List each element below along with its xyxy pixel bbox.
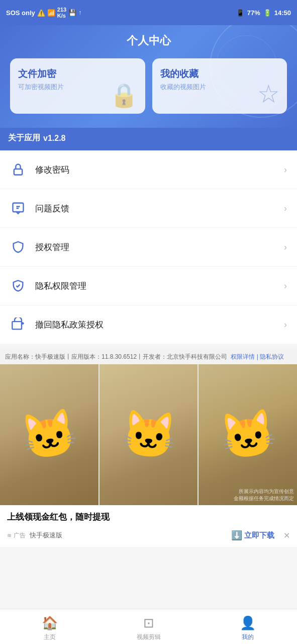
header: 个人中心 文件加密 可加密视频图片 🔒 我的收藏 收藏的视频图片 ☆ [0,25,297,128]
page-title: 个人中心 [10,33,287,48]
menu-item-revoke-privacy[interactable]: 撤回隐私政策授权 › [0,305,297,344]
bottom-nav: 🏠 主页 ⊡ 视频剪辑 👤 我的 [0,609,297,644]
svg-rect-0 [14,169,22,175]
speed-text: 213K/s [57,7,66,19]
shield-menu-icon [10,239,26,255]
ad-info-bar: 应用名称：快手极速版丨应用版本：11.8.30.6512丨开发者：北京快手科技有… [0,350,297,364]
ad-download-button[interactable]: ⬇️ 立即下载 [231,530,274,541]
svg-rect-2 [12,321,22,329]
about-section: 关于应用 v1.2.8 [0,128,297,150]
feedback-label: 问题反馈 [35,203,284,214]
nav-item-profile[interactable]: 👤 我的 [198,612,297,641]
ad-app-name: 快手极速版 [30,531,62,540]
file-encrypt-title: 文件加密 [18,67,137,80]
feedback-menu-icon [10,200,26,216]
cat-overlay-2: 🐱 [100,364,198,505]
ad-caption: 上线领现金红包，随时提现 [0,505,297,527]
home-icon: 🏠 [42,615,58,631]
profile-icon: 👤 [240,615,256,631]
arrow-icon-1: › [284,203,287,214]
arrow-icon-4: › [284,319,287,330]
ad-banner: 应用名称：快手极速版丨应用版本：11.8.30.6512丨开发者：北京快手科技有… [0,350,297,547]
wifi-icon: 📶 [47,9,55,17]
feature-cards: 文件加密 可加密视频图片 🔒 我的收藏 收藏的视频图片 ☆ [10,58,287,114]
download-icon: ⬇️ [231,530,242,541]
arrow-icon-0: › [284,165,287,175]
signal-icon: 📱 [236,9,244,17]
cat-overlay-3: 🐱 [199,364,297,505]
arrow-icon-2: › [284,242,287,253]
ad-info-text: 应用名称：快手极速版丨应用版本：11.8.30.6512丨开发者：北京快手科技有… [5,353,227,360]
menu-item-change-password[interactable]: 修改密码 › [0,150,297,189]
privacy-label: 隐私权限管理 [35,280,284,292]
svg-rect-1 [13,203,24,212]
ad-image-1: 🐱 [0,364,98,505]
nav-item-home[interactable]: 🏠 主页 [0,612,99,641]
ad-close-button[interactable]: ✕ [283,531,290,540]
status-left: SOS only ⚠️ 📶 213K/s 💾 ↑ [6,7,81,19]
download-text: 立即下载 [244,531,274,540]
ad-image-2: 🐱 [100,364,198,505]
menu-item-privacy[interactable]: 隐私权限管理 › [0,267,297,305]
upload-icon: ↑ [78,9,81,16]
cat-overlay-1: 🐱 [0,364,98,505]
ad-image-3: 🐱 所展示内容均为宣传创意 金额根据任务完成情况而定 [199,364,297,505]
home-label: 主页 [44,633,56,641]
my-favorites-title: 我的收藏 [160,67,279,80]
menu-item-permission[interactable]: 授权管理 › [0,228,297,267]
permission-label: 授权管理 [35,242,284,253]
video-edit-icon: ⊡ [143,615,154,631]
ad-label-text: 广告 [14,531,26,540]
revoke-menu-icon [10,316,26,333]
ad-label: ≋ 广告 [7,531,26,540]
warning-icon: ⚠️ [37,9,45,17]
lock-menu-icon [10,162,26,178]
status-right: 📱 77% 🔋 14:50 [236,9,291,17]
storage-icon: 💾 [68,9,76,17]
star-icon: ☆ [257,79,280,109]
privacy-menu-icon [10,278,26,294]
change-password-label: 修改密码 [35,164,284,176]
ad-watermark: 所展示内容均为宣传创意 金额根据任务完成情况而定 [234,488,294,502]
about-version: v1.2.8 [43,134,65,143]
menu-list: 修改密码 › 问题反馈 › 授权管理 › [0,150,297,344]
about-label: 关于应用 [8,133,40,143]
battery-icon: 🔋 [263,9,271,17]
time-text: 14:50 [274,9,291,17]
sos-text: SOS only [6,9,35,17]
nav-item-video-edit[interactable]: ⊡ 视频剪辑 [99,612,198,641]
lock-icon: 🔒 [110,82,138,109]
revoke-label: 撤回隐私政策授权 [35,319,284,331]
arrow-icon-3: › [284,281,287,291]
ad-label-icon: ≋ [7,532,12,539]
profile-label: 我的 [242,633,254,641]
battery-text: 77% [247,9,260,17]
menu-item-feedback[interactable]: 问题反馈 › [0,189,297,228]
status-bar: SOS only ⚠️ 📶 213K/s 💾 ↑ 📱 77% 🔋 14:50 [0,0,297,25]
ad-footer: ≋ 广告 快手极速版 ⬇️ 立即下载 ✕ [0,527,297,547]
ad-info-links[interactable]: 权限详情 | 隐私协议 [231,353,284,360]
my-favorites-card[interactable]: 我的收藏 收藏的视频图片 ☆ [152,58,287,114]
file-encrypt-card[interactable]: 文件加密 可加密视频图片 🔒 [10,58,145,114]
video-edit-label: 视频剪辑 [137,633,161,641]
ad-image-container: 🐱 🐱 🐱 所展示内容均为宣传创意 金额根据任务完成情况而定 [0,364,297,505]
